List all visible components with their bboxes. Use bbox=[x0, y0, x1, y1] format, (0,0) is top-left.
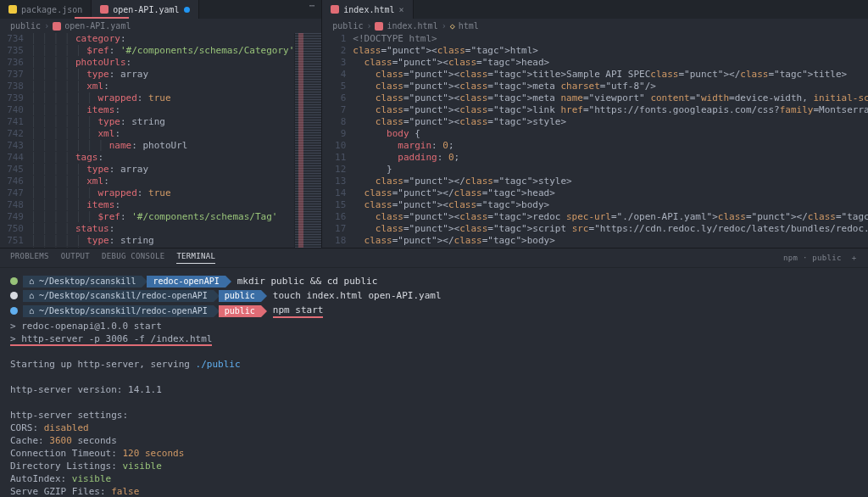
tab-open-api-yaml[interactable]: open-API.yaml bbox=[92, 0, 198, 19]
chevron-right-icon: › bbox=[44, 21, 49, 31]
html-icon bbox=[375, 22, 383, 31]
tab-label: index.html bbox=[343, 5, 394, 14]
breadcrumb-part: open-API.yaml bbox=[64, 21, 131, 31]
breadcrumb-part: index.html bbox=[387, 21, 437, 31]
breadcrumb-part: public bbox=[10, 21, 41, 31]
chevron-right-icon: › bbox=[366, 21, 371, 31]
panel-tab-debug[interactable]: DEBUG CONSOLE bbox=[102, 252, 164, 264]
yaml-icon bbox=[53, 22, 61, 31]
panel-tab-output[interactable]: OUTPUT bbox=[61, 252, 90, 264]
close-icon[interactable]: × bbox=[399, 5, 404, 14]
status-dot-icon bbox=[10, 292, 18, 299]
chevron-right-icon: › bbox=[442, 21, 447, 31]
more-icon[interactable]: ⋯ bbox=[303, 0, 322, 19]
breadcrumb-part: public bbox=[332, 21, 363, 31]
tab-package-json[interactable]: package.json bbox=[0, 0, 92, 19]
json-icon bbox=[8, 5, 17, 14]
tab-label: open-API.yaml bbox=[113, 5, 179, 14]
panel-tab-bar: PROBLEMS OUTPUT DEBUG CONSOLE TERMINAL n… bbox=[0, 248, 868, 268]
annotation-underline bbox=[75, 17, 129, 19]
bottom-panel: PROBLEMS OUTPUT DEBUG CONSOLE TERMINAL n… bbox=[0, 248, 868, 497]
status-dot-icon bbox=[10, 307, 18, 315]
plus-icon[interactable]: ＋ bbox=[850, 253, 858, 264]
code-editor-right[interactable]: 1 2 3 4 5 6 7 8 9 10 11 12 13 14 15 16 1… bbox=[322, 33, 868, 248]
line-gutter: 734 735 736 737 738 739 740 741 742 743 … bbox=[0, 33, 31, 248]
tab-bar-left: package.json open-API.yaml ⋯ bbox=[0, 0, 321, 19]
line-gutter: 1 2 3 4 5 6 7 8 9 10 11 12 13 14 15 16 1… bbox=[322, 33, 353, 248]
html-icon bbox=[331, 5, 339, 14]
tab-index-html[interactable]: index.html × bbox=[322, 0, 413, 19]
status-dot-icon bbox=[10, 277, 18, 285]
tab-label: package.json bbox=[21, 5, 82, 14]
panel-tab-terminal[interactable]: TERMINAL bbox=[176, 252, 215, 264]
minimap[interactable] bbox=[294, 33, 321, 248]
prompt-line: ⌂ ~/Desktop/scanskill/redoc-openAPIpubli… bbox=[10, 304, 858, 318]
tab-bar-right: index.html × ▥ ⋯ bbox=[322, 0, 868, 19]
breadcrumb-left[interactable]: public › open-API.yaml bbox=[0, 19, 321, 33]
terminal-process-label[interactable]: npm · public bbox=[783, 254, 842, 262]
editor-pane-left: package.json open-API.yaml ⋯ public › op… bbox=[0, 0, 322, 248]
panel-tab-problems[interactable]: PROBLEMS bbox=[10, 252, 49, 264]
prompt-line: ⌂ ~/Desktop/scanskill/redoc-openAPIpubli… bbox=[10, 289, 858, 302]
code-body[interactable]: │ │ │ │ category: │ │ │ │ │ $ref: '#/com… bbox=[31, 33, 294, 248]
terminal-body[interactable]: ⌂ ~/Desktop/scanskillredoc-openAPImkdir … bbox=[0, 268, 868, 497]
code-editor-left[interactable]: 734 735 736 737 738 739 740 741 742 743 … bbox=[0, 33, 321, 248]
prompt-line: ⌂ ~/Desktop/scanskillredoc-openAPImkdir … bbox=[10, 275, 858, 288]
modified-dot-icon bbox=[184, 7, 190, 13]
breadcrumb-right[interactable]: public › index.html › ◇ html bbox=[322, 19, 868, 33]
yaml-icon bbox=[100, 5, 108, 14]
breadcrumb-part: html bbox=[459, 21, 479, 31]
editor-pane-right: index.html × ▥ ⋯ public › index.html › ◇… bbox=[322, 0, 868, 248]
code-body[interactable]: <!DOCTYPE html> class="punct"><class="ta… bbox=[353, 33, 868, 248]
